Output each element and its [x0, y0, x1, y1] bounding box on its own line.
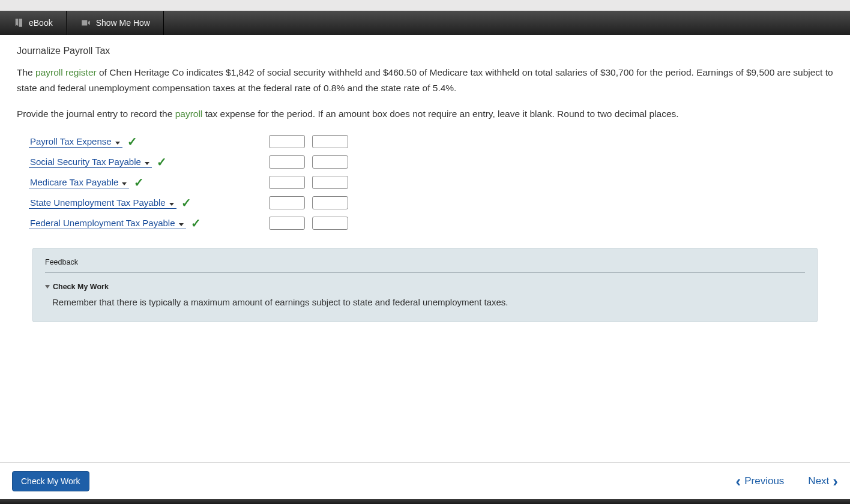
debit-input[interactable]	[269, 217, 305, 230]
check-my-work-toggle[interactable]: Check My Work	[45, 283, 805, 291]
credit-input[interactable]	[312, 217, 348, 230]
credit-input[interactable]	[312, 155, 348, 169]
keyword-payroll-register: payroll register	[35, 67, 97, 77]
account-select[interactable]: State Unemployment Tax Payable	[29, 197, 176, 209]
chevron-left-icon: ‹	[736, 473, 741, 489]
account-select[interactable]: Payroll Tax Expense	[29, 136, 122, 148]
toolbar: eBook Show Me How	[0, 11, 850, 35]
next-label: Next	[808, 475, 829, 487]
check-my-work-button[interactable]: Check My Work	[12, 471, 89, 491]
book-icon	[13, 17, 24, 28]
debit-input[interactable]	[269, 155, 305, 169]
account-select[interactable]: Medicare Tax Payable	[29, 177, 129, 188]
check-icon: ✓	[181, 196, 191, 210]
journal-row: Social Security Tax Payable ✓	[29, 152, 833, 172]
previous-label: Previous	[744, 475, 784, 487]
credit-input[interactable]	[312, 176, 348, 189]
check-icon: ✓	[127, 134, 137, 149]
journal-row: State Unemployment Tax Payable ✓	[29, 193, 833, 213]
debit-input[interactable]	[269, 176, 305, 189]
check-my-work-label: Check My Work	[53, 283, 109, 291]
p1-post: of Chen Heritage Co indicates $1,842 of …	[17, 67, 833, 93]
check-icon: ✓	[157, 155, 167, 169]
feedback-panel: Feedback Check My Work Remember that the…	[32, 248, 818, 322]
check-icon: ✓	[191, 216, 201, 230]
content-area: Journalize Payroll Tax The payroll regis…	[0, 35, 850, 462]
chevron-right-icon: ›	[833, 473, 838, 489]
top-gap	[0, 0, 850, 11]
footer-bar: Check My Work ‹ Previous Next ›	[0, 462, 850, 499]
account-label: State Unemployment Tax Payable	[30, 197, 166, 208]
p2-pre: Provide the journal entry to record the	[17, 109, 175, 119]
paragraph-1: The payroll register of Chen Heritage Co…	[17, 65, 833, 97]
ebook-label: eBook	[29, 18, 53, 28]
account-label: Payroll Tax Expense	[30, 136, 112, 146]
debit-input[interactable]	[269, 196, 305, 209]
account-select[interactable]: Federal Unemployment Tax Payable	[29, 218, 186, 229]
next-link[interactable]: Next ›	[808, 473, 838, 489]
check-icon: ✓	[134, 175, 144, 190]
show-me-how-label: Show Me How	[96, 18, 150, 28]
account-label: Federal Unemployment Tax Payable	[30, 218, 175, 228]
p1-pre: The	[17, 67, 35, 77]
journal-entry-table: Payroll Tax Expense ✓ Social Security Ta…	[29, 131, 833, 233]
show-me-how-button[interactable]: Show Me How	[67, 11, 164, 35]
account-label: Social Security Tax Payable	[30, 157, 141, 167]
ebook-button[interactable]: eBook	[0, 11, 67, 35]
triangle-down-icon	[45, 285, 50, 289]
credit-input[interactable]	[312, 196, 348, 209]
journal-row: Payroll Tax Expense ✓	[29, 131, 833, 152]
journal-row: Federal Unemployment Tax Payable ✓	[29, 213, 833, 233]
feedback-heading: Feedback	[45, 256, 805, 273]
video-icon	[80, 17, 91, 28]
previous-link[interactable]: ‹ Previous	[736, 473, 785, 489]
credit-input[interactable]	[312, 135, 348, 148]
debit-input[interactable]	[269, 135, 305, 148]
journal-row: Medicare Tax Payable ✓	[29, 172, 833, 193]
question-title: Journalize Payroll Tax	[17, 46, 833, 56]
paragraph-2: Provide the journal entry to record the …	[17, 106, 833, 122]
keyword-payroll: payroll	[175, 109, 203, 119]
feedback-text: Remember that there is typically a maxim…	[52, 297, 805, 307]
p2-post: tax expense for the period. If an amount…	[202, 109, 678, 119]
bottom-accent-bar	[0, 499, 850, 504]
account-label: Medicare Tax Payable	[30, 177, 118, 187]
account-select[interactable]: Social Security Tax Payable	[29, 157, 152, 168]
